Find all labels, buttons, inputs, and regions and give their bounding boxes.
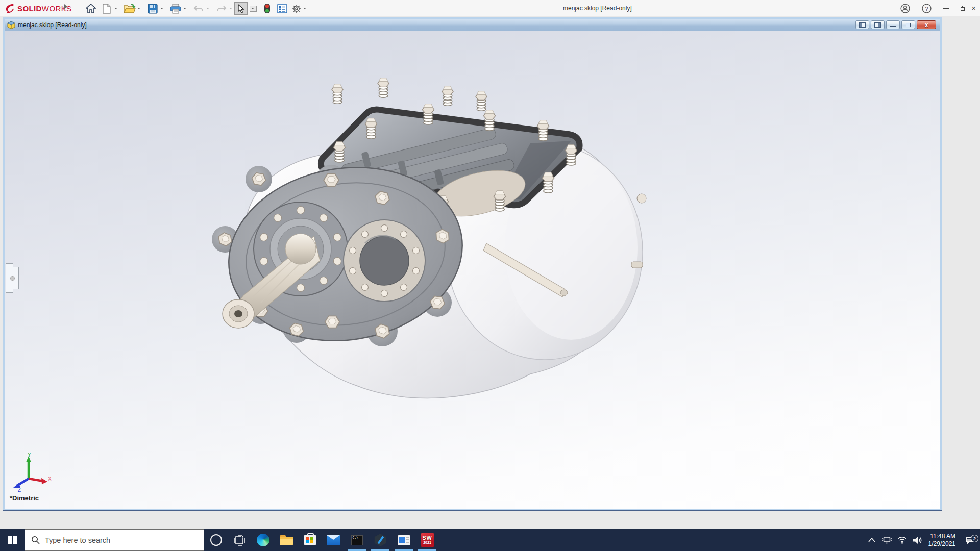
svg-text:X: X — [48, 476, 52, 482]
gearbox-model[interactable] — [209, 72, 678, 429]
svg-text:?: ? — [925, 5, 928, 11]
app-title: menjac sklop [Read-only] — [563, 5, 632, 12]
undo-dropdown[interactable] — [205, 6, 210, 11]
document-title: menjac sklop [Read-only] — [18, 21, 87, 29]
command-prompt-button[interactable]: C:\ — [345, 529, 369, 551]
edge-button[interactable] — [251, 529, 275, 551]
print-dropdown[interactable] — [182, 6, 187, 11]
open-dropdown[interactable] — [136, 6, 141, 11]
view-orientation-label: *Dimetric — [10, 494, 39, 502]
save-dropdown[interactable] — [159, 6, 164, 11]
print-button[interactable] — [169, 2, 182, 15]
new-document-dropdown[interactable] — [113, 6, 118, 11]
tray-clock[interactable]: 11:48 AM 1/29/2021 — [928, 533, 955, 548]
cast-icon[interactable] — [879, 536, 895, 544]
app-titlebar: SOLIDWORKS menjac sklop [Read-only] — [0, 0, 980, 16]
brand-flyout-arrow[interactable] — [64, 4, 67, 9]
minimize-button[interactable] — [938, 2, 953, 14]
taskbar-search[interactable] — [24, 529, 204, 551]
close-button[interactable]: × — [967, 2, 980, 14]
undo-button[interactable] — [192, 2, 205, 15]
save-button[interactable] — [146, 2, 159, 15]
feature-pane-collapse-tab[interactable] — [6, 263, 19, 293]
wifi-icon[interactable] — [895, 536, 910, 544]
assembly-document-icon — [7, 21, 16, 30]
options-dropdown[interactable] — [302, 6, 307, 11]
document-window: menjac sklop [Read-only] x — [3, 17, 942, 511]
select-tool-button[interactable] — [234, 2, 248, 15]
properties-button[interactable] — [276, 2, 289, 15]
cortana-icon — [210, 534, 222, 546]
search-input[interactable] — [45, 536, 183, 544]
tray-date: 1/29/2021 — [928, 540, 955, 548]
store-icon — [304, 535, 316, 545]
interference-detection-icon[interactable] — [260, 2, 274, 15]
ds-logo-icon — [4, 3, 15, 13]
solidworks-2021-button[interactable]: SW 2021 — [415, 529, 439, 551]
options-gear-button[interactable] — [290, 2, 303, 15]
select-tool-dropdown[interactable] — [250, 6, 257, 12]
home-button[interactable] — [84, 2, 97, 15]
media-app-button[interactable] — [392, 529, 415, 551]
redo-dropdown[interactable] — [228, 6, 233, 11]
windows-taskbar: C:\ SW 2021 11:48 AM 1/29/2021 — [0, 529, 980, 551]
open-button[interactable] — [123, 2, 136, 15]
svg-text:Y: Y — [28, 452, 31, 458]
solidworks-icon: SW 2021 — [421, 533, 434, 547]
file-explorer-button[interactable] — [275, 529, 298, 551]
doc-close-button[interactable]: x — [917, 20, 936, 29]
mail-icon — [327, 535, 340, 545]
doc-restore-button[interactable] — [901, 20, 915, 29]
solidworks-logo: SOLIDWORKS — [4, 3, 72, 13]
help-icon[interactable]: ? — [919, 2, 934, 14]
windows-logo-icon — [8, 536, 17, 544]
account-icon[interactable] — [897, 2, 913, 14]
volume-icon[interactable] — [910, 536, 925, 544]
cortana-button[interactable] — [204, 529, 228, 551]
new-document-button[interactable] — [100, 2, 113, 15]
task-view-icon — [234, 535, 245, 546]
show-feature-pane-button[interactable] — [855, 20, 869, 29]
hexagon-app-icon — [374, 534, 387, 546]
tray-chevron-up[interactable] — [864, 538, 879, 542]
action-center-button[interactable]: 2 — [960, 536, 980, 545]
search-icon — [31, 536, 40, 544]
file-explorer-icon — [280, 535, 293, 545]
command-prompt-icon: C:\ — [351, 535, 363, 545]
microsoft-store-button[interactable] — [298, 529, 322, 551]
edge-icon — [257, 534, 270, 546]
tray-time: 11:48 AM — [928, 533, 955, 540]
show-display-pane-button[interactable] — [871, 20, 885, 29]
mail-button[interactable] — [322, 529, 345, 551]
brand-text: SOLIDWORKS — [17, 4, 72, 13]
doc-minimize-button[interactable] — [886, 20, 900, 29]
task-view-button[interactable] — [228, 529, 251, 551]
hexagon-app-button[interactable] — [369, 529, 392, 551]
notification-count-badge: 2 — [971, 535, 978, 542]
media-app-icon — [398, 535, 410, 545]
redo-button[interactable] — [215, 2, 228, 15]
start-button[interactable] — [0, 529, 24, 551]
svg-text:Z: Z — [18, 487, 21, 493]
document-titlebar[interactable]: menjac sklop [Read-only] x — [5, 19, 940, 31]
graphics-viewport[interactable]: Y X Z *Dimetric — [5, 31, 940, 509]
orientation-triad: Y X Z — [12, 452, 53, 493]
